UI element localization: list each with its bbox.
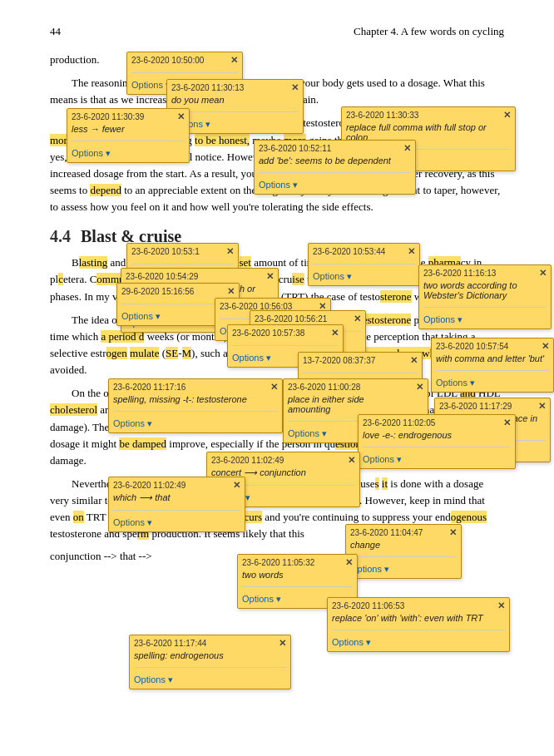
annotation-9-timestamp: 23-6-2020 11:16:13 bbox=[423, 269, 496, 278]
intro-text: production. bbox=[50, 53, 100, 66]
annotation-5-timestamp: 23-6-2020 10:52:11 bbox=[259, 144, 331, 153]
annotation-21-options[interactable]: Options ▾ bbox=[113, 517, 240, 528]
annotation-2-options[interactable]: Options ▾ bbox=[171, 119, 299, 130]
section-header-4-4: 4.4 Blast & cruise bbox=[50, 227, 504, 246]
annotation-9-options[interactable]: Options ▾ bbox=[423, 314, 547, 325]
annotation-2-timestamp: 23-6-2020 11:30:13 bbox=[171, 83, 244, 92]
annotation-21[interactable]: 23-6-2020 11:02:49 ✕ which ⟶ that Option… bbox=[108, 477, 245, 532]
annotation-14-timestamp: 23-6-2020 10:57:54 bbox=[436, 342, 508, 351]
annotation-25-close[interactable]: ✕ bbox=[279, 638, 286, 649]
annotation-8-close[interactable]: ✕ bbox=[266, 271, 274, 282]
annotation-13-close[interactable]: ✕ bbox=[331, 328, 339, 338]
annotation-6-close[interactable]: ✕ bbox=[226, 246, 234, 257]
annotation-19-content: love -e-: endrogenous bbox=[363, 430, 511, 440]
annotation-17-close[interactable]: ✕ bbox=[416, 382, 423, 393]
annotation-19-timestamp: 23-6-2020 11:02:05 bbox=[363, 418, 435, 427]
annotation-1-close[interactable]: ✕ bbox=[230, 55, 238, 66]
annotation-5-content: add 'be': seems to be dependent bbox=[259, 156, 411, 166]
annotation-9-close[interactable]: ✕ bbox=[539, 268, 547, 279]
annotation-22[interactable]: 23-6-2020 11:04:47 ✕ change Options ▾ bbox=[345, 524, 462, 579]
annotation-25-options[interactable]: Options ▾ bbox=[134, 674, 286, 685]
annotation-25-content: spelling: endrogenous bbox=[134, 650, 286, 660]
annotation-18-close[interactable]: ✕ bbox=[538, 401, 546, 412]
annotation-5[interactable]: 23-6-2020 10:52:11 ✕ add 'be': seems to … bbox=[254, 140, 416, 195]
annotation-3[interactable]: 23-6-2020 11:30:39 ✕ less → fewer Option… bbox=[67, 108, 190, 163]
annotation-24-content: replace 'on' with 'with': even with TRT bbox=[332, 613, 505, 623]
section-num: 4.4 bbox=[50, 227, 71, 246]
annotation-22-options[interactable]: Options ▾ bbox=[350, 564, 457, 575]
annotation-3-timestamp: 23-6-2020 11:30:39 bbox=[72, 112, 144, 121]
annotation-25[interactable]: 23-6-2020 11:17:44 ✕ spelling: endrogeno… bbox=[129, 635, 291, 689]
annotation-8-timestamp: 23-6-2020 10:54:29 bbox=[126, 272, 198, 281]
annotation-3-options[interactable]: Options ▾ bbox=[72, 148, 185, 159]
page-header: 44 Chapter 4. A few words on cycling bbox=[50, 25, 504, 38]
annotation-16-options[interactable]: Options ▾ bbox=[113, 418, 278, 429]
annotation-3-close[interactable]: ✕ bbox=[177, 111, 185, 122]
annotation-10-timestamp: 29-6-2020 15:16:56 bbox=[121, 287, 194, 296]
annotation-2-close[interactable]: ✕ bbox=[291, 82, 299, 93]
annotation-21-close[interactable]: ✕ bbox=[233, 480, 240, 491]
annotation-13-timestamp: 23-6-2020 10:57:38 bbox=[232, 329, 304, 338]
annotation-17-timestamp: 23-6-2020 11:00:28 bbox=[288, 383, 360, 392]
annotation-19-close[interactable]: ✕ bbox=[503, 418, 511, 428]
annotation-1-timestamp: 23-6-2020 10:50:00 bbox=[131, 56, 204, 65]
annotation-16[interactable]: 23-6-2020 11:17:16 ✕ spelling, missing -… bbox=[108, 378, 283, 433]
annotation-14-close[interactable]: ✕ bbox=[542, 341, 549, 352]
annotation-5-close[interactable]: ✕ bbox=[403, 143, 411, 154]
annotation-16-timestamp: 23-6-2020 11:17:16 bbox=[113, 383, 185, 392]
page-number: 44 bbox=[50, 25, 61, 38]
annotation-18-timestamp: 23-6-2020 11:17:29 bbox=[439, 402, 512, 411]
annotation-14-content: with comma and letter 'but' bbox=[436, 353, 549, 363]
annotation-7[interactable]: 23-6-2020 10:53:44 ✕ Options ▾ bbox=[308, 243, 420, 286]
annotation-23-content: two words bbox=[242, 570, 353, 580]
annotation-24-timestamp: 23-6-2020 11:06:53 bbox=[332, 601, 404, 610]
annotation-7-timestamp: 23-6-2020 10:53:44 bbox=[313, 247, 385, 256]
annotation-7-close[interactable]: ✕ bbox=[408, 246, 415, 257]
annotation-23-timestamp: 23-6-2020 11:05:32 bbox=[242, 558, 314, 567]
annotation-15-close[interactable]: ✕ bbox=[410, 355, 418, 366]
annotation-5-options[interactable]: Options ▾ bbox=[259, 180, 411, 190]
annotation-24[interactable]: 23-6-2020 11:06:53 ✕ replace 'on' with '… bbox=[327, 597, 510, 652]
annotation-21-content: which ⟶ that bbox=[113, 492, 240, 503]
annotation-20-timestamp: 23-6-2020 11:02:49 bbox=[211, 456, 284, 465]
annotation-14[interactable]: 23-6-2020 10:57:54 ✕ with comma and lett… bbox=[431, 338, 554, 393]
body-intro: production. bbox=[50, 52, 504, 68]
annotation-6-timestamp: 23-6-2020 10:53:1 bbox=[131, 247, 200, 256]
annotation-7-options[interactable]: Options ▾ bbox=[313, 271, 415, 282]
annotation-24-options[interactable]: Options ▾ bbox=[332, 637, 505, 648]
page-content: 44 Chapter 4. A few words on cycling pro… bbox=[0, 0, 554, 756]
annotation-12-timestamp: 23-6-2020 10:56:21 bbox=[255, 314, 327, 324]
annotation-22-close[interactable]: ✕ bbox=[449, 527, 457, 538]
annotation-20-close[interactable]: ✕ bbox=[348, 455, 355, 466]
annotation-22-content: change bbox=[350, 540, 457, 550]
annotation-25-timestamp: 23-6-2020 11:17:44 bbox=[134, 639, 206, 648]
annotation-22-timestamp: 23-6-2020 11:04:47 bbox=[350, 528, 423, 537]
annotation-4-timestamp: 23-6-2020 11:30:33 bbox=[346, 111, 418, 120]
annotation-9[interactable]: 23-6-2020 11:16:13 ✕ two words according… bbox=[418, 264, 552, 329]
annotation-2-content: do you mean bbox=[171, 95, 299, 105]
annotation-4-close[interactable]: ✕ bbox=[503, 110, 511, 121]
annotation-19[interactable]: 23-6-2020 11:02:05 ✕ love -e-: endrogeno… bbox=[358, 414, 516, 469]
annotation-16-close[interactable]: ✕ bbox=[270, 382, 278, 393]
chapter-title: Chapter 4. A few words on cycling bbox=[354, 25, 504, 38]
annotation-23-close[interactable]: ✕ bbox=[345, 557, 353, 568]
annotation-3-content: less → fewer bbox=[72, 124, 185, 134]
annotation-24-close[interactable]: ✕ bbox=[497, 600, 505, 611]
annotation-15-timestamp: 13-7-2020 08:37:37 bbox=[303, 356, 375, 365]
annotation-16-content: spelling, missing -t-: testosterone bbox=[113, 394, 278, 404]
annotation-17-content: place in either sideamounting bbox=[288, 394, 423, 414]
annotation-10-close[interactable]: ✕ bbox=[227, 286, 235, 297]
annotation-19-options[interactable]: Options ▾ bbox=[363, 454, 511, 465]
annotation-12-close[interactable]: ✕ bbox=[354, 314, 361, 324]
annotation-9-content: two words according to Webster's Diction… bbox=[423, 280, 547, 300]
annotation-21-timestamp: 23-6-2020 11:02:49 bbox=[113, 481, 185, 490]
annotation-14-options[interactable]: Options ▾ bbox=[436, 378, 549, 388]
